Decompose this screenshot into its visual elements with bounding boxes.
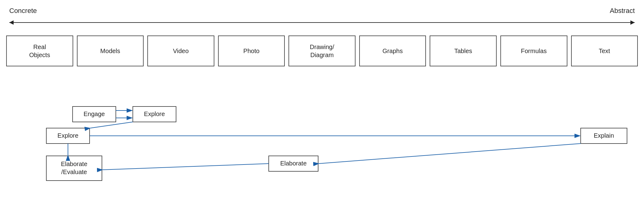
box-drawing-diagram: Drawing/Diagram [288,35,356,66]
diagram-svg: Engage Explore Explore Explain Elaborate… [0,105,644,216]
svg-text:/Evaluate: /Evaluate [61,169,87,175]
box-formulas: Formulas [500,35,567,66]
svg-line-19 [103,164,269,170]
svg-text:Explore: Explore [144,111,165,117]
box-models: Models [77,35,144,66]
svg-line-20 [319,144,581,164]
svg-text:Elaborate: Elaborate [61,161,87,167]
representation-boxes: RealObjects Models Video Photo Drawing/D… [6,35,638,66]
svg-text:Engage: Engage [84,111,105,117]
concrete-label: Concrete [9,7,37,15]
arrow-line [9,22,635,23]
main-container: Concrete Abstract RealObjects Models Vid… [0,0,644,217]
svg-text:Elaborate: Elaborate [280,160,307,167]
box-photo: Photo [218,35,285,66]
svg-line-10 [90,122,133,128]
box-text: Text [571,35,638,66]
svg-text:Explain: Explain [594,132,614,139]
svg-text:Explore: Explore [57,132,78,139]
box-tables: Tables [430,35,497,66]
box-video: Video [147,35,214,66]
abstract-label: Abstract [610,7,635,15]
svg-rect-14 [46,156,102,181]
box-real-objects: RealObjects [6,35,73,66]
spectrum-arrow [9,18,635,27]
box-graphs: Graphs [359,35,426,66]
